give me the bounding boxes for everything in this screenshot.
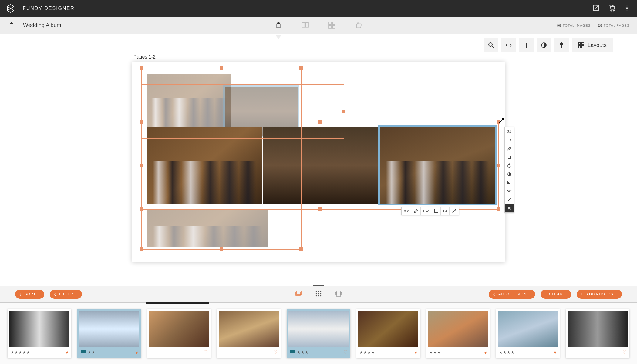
- spread-canvas[interactable]: 3:2 BW Fit 3:2 Fit BW: [132, 62, 505, 262]
- thumbnail-card[interactable]: ♡: [217, 309, 281, 358]
- lib-view-stack-icon[interactable]: [295, 290, 302, 299]
- favorite-icon[interactable]: ♥: [135, 350, 138, 355]
- expand-icon[interactable]: [498, 118, 504, 125]
- image-toolbar-vertical: 3:2 Fit BW: [504, 127, 514, 213]
- side-bw[interactable]: BW: [505, 187, 514, 195]
- resize-handle[interactable]: [140, 66, 143, 70]
- resize-handle[interactable]: [220, 66, 223, 70]
- thumbnail-image[interactable]: [428, 311, 488, 347]
- thumbnail-image[interactable]: [9, 311, 69, 347]
- add-photos-button[interactable]: + ADD PHOTOS: [577, 290, 622, 299]
- side-ratio[interactable]: 3:2: [505, 127, 514, 136]
- favorite-icon[interactable]: ♥: [414, 350, 417, 355]
- fit-button[interactable]: Fit: [441, 207, 450, 215]
- resize-tool[interactable]: [501, 38, 516, 52]
- svg-point-23: [318, 291, 319, 292]
- canvas-photo[interactable]: [263, 127, 378, 204]
- canvas-photo[interactable]: [147, 127, 262, 204]
- tab-pages-view[interactable]: [328, 21, 336, 30]
- favorite-icon[interactable]: ♥: [66, 350, 68, 355]
- svg-rect-8: [329, 25, 331, 28]
- resize-handle[interactable]: [140, 164, 143, 167]
- pin-tool[interactable]: [554, 38, 569, 52]
- svg-rect-9: [332, 25, 335, 28]
- export-icon[interactable]: [592, 4, 600, 13]
- svg-point-26: [318, 293, 319, 294]
- resize-handle[interactable]: [318, 120, 322, 124]
- cart-icon[interactable]: [608, 4, 615, 13]
- star-rating[interactable]: ★★: [88, 350, 96, 355]
- tab-approve[interactable]: [354, 21, 363, 30]
- thumbnail-image[interactable]: [568, 311, 628, 347]
- resize-handle[interactable]: [299, 247, 303, 251]
- resize-handle[interactable]: [299, 66, 303, 70]
- thumbnail-meta: ♡: [149, 348, 209, 356]
- resize-handle[interactable]: [497, 207, 500, 211]
- thumbnail-card[interactable]: ★★★♡: [287, 309, 350, 358]
- star-rating[interactable]: ★★★★: [499, 350, 515, 355]
- favorite-icon[interactable]: ♥: [484, 350, 487, 355]
- thumbnail-image[interactable]: [358, 311, 418, 347]
- lib-view-grid-icon[interactable]: [315, 290, 322, 299]
- favorite-icon[interactable]: ♡: [274, 349, 278, 355]
- filter-button[interactable]: FILTER: [50, 290, 82, 299]
- star-rating[interactable]: ★★★: [297, 350, 309, 355]
- thumbnail-card[interactable]: ♡: [147, 309, 211, 358]
- thumbnail-card[interactable]: ♡: [566, 309, 629, 358]
- overlay-tool[interactable]: [537, 38, 551, 52]
- canvas-photo[interactable]: [147, 210, 268, 247]
- sort-button[interactable]: SORT: [15, 290, 44, 299]
- side-rotate-icon[interactable]: [505, 161, 514, 170]
- resize-handle[interactable]: [220, 247, 223, 251]
- favorite-icon[interactable]: ♥: [554, 350, 557, 355]
- side-layer-icon[interactable]: [505, 178, 514, 187]
- star-rating[interactable]: ★★★★★: [11, 350, 30, 355]
- favorite-icon[interactable]: ♡: [622, 349, 626, 355]
- settings-icon[interactable]: [623, 4, 631, 13]
- canvas-photo[interactable]: [380, 127, 495, 204]
- side-edit-icon[interactable]: [505, 144, 514, 153]
- thumbnail-card[interactable]: ★★★♥: [426, 309, 490, 358]
- clear-button[interactable]: CLEAR: [541, 290, 571, 299]
- layouts-button[interactable]: Layouts: [572, 38, 613, 52]
- side-fit[interactable]: Fit: [505, 136, 514, 144]
- tab-design[interactable]: [274, 21, 283, 30]
- canvas-photo[interactable]: [147, 74, 231, 128]
- auto-design-button[interactable]: AUTO DESIGN: [489, 290, 535, 299]
- thumbnail-card[interactable]: ★★★★♥: [496, 309, 560, 358]
- thumbnail-card[interactable]: ★★★★♥: [356, 309, 420, 358]
- crop-icon[interactable]: [431, 207, 441, 215]
- thumbnail-image[interactable]: [219, 311, 279, 347]
- favorite-icon[interactable]: ♡: [204, 349, 208, 355]
- resize-handle[interactable]: [318, 207, 322, 211]
- resize-handle[interactable]: [140, 207, 143, 211]
- favorite-icon[interactable]: ♡: [343, 349, 347, 355]
- resize-handle[interactable]: [342, 110, 345, 113]
- thumbnail-card[interactable]: ★★★★★♥: [8, 309, 71, 358]
- resize-handle[interactable]: [140, 120, 143, 124]
- resize-handle[interactable]: [140, 247, 143, 251]
- zoom-tool[interactable]: [484, 38, 498, 52]
- star-rating[interactable]: ★★★★: [359, 350, 375, 355]
- tab-spread-view[interactable]: [301, 21, 309, 30]
- thumbnail-image[interactable]: [498, 311, 558, 347]
- text-tool[interactable]: [519, 38, 534, 52]
- side-contrast-icon[interactable]: [505, 170, 514, 178]
- lib-view-single-icon[interactable]: [335, 290, 342, 299]
- resize-handle[interactable]: [497, 164, 500, 167]
- ratio-button[interactable]: 3:2: [402, 207, 411, 215]
- thumbnail-meta: ★★♥: [79, 348, 139, 356]
- side-wand-icon[interactable]: [505, 195, 514, 204]
- wand-icon[interactable]: [450, 207, 459, 215]
- thumbnail-card[interactable]: ★★♥: [77, 309, 141, 358]
- side-crop-icon[interactable]: [505, 153, 514, 161]
- thumbnails-row[interactable]: ★★★★★♥★★♥♡♡★★★♡★★★★♥★★★♥★★★★♥♡: [0, 302, 637, 364]
- star-rating[interactable]: ★★★: [429, 350, 441, 355]
- thumbnail-image[interactable]: [149, 311, 209, 347]
- edit-icon[interactable]: [411, 207, 421, 215]
- thumbnail-image[interactable]: [288, 311, 349, 347]
- thumbnail-image[interactable]: [79, 311, 139, 347]
- bw-button[interactable]: BW: [421, 207, 431, 215]
- svg-rect-5: [305, 22, 308, 27]
- side-close-icon[interactable]: [505, 204, 514, 212]
